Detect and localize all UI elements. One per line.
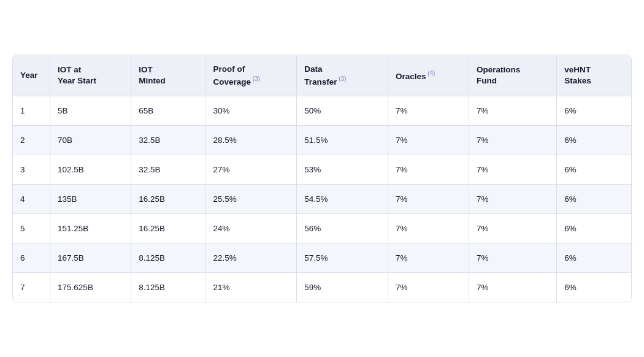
table-cell-r0-c4: 50% (297, 96, 388, 126)
table-cell-r5-c2: 8.125B (131, 244, 205, 273)
table-cell-r6-c2: 8.125B (131, 273, 205, 302)
table-cell-r2-c4: 53% (297, 155, 388, 185)
table-cell-r4-c0: 5 (13, 214, 50, 244)
table-cell-r0-c2: 65B (131, 96, 205, 126)
table-header-5: Oracles (4) (388, 55, 469, 96)
table-header-6: OperationsFund (469, 55, 557, 96)
table-cell-r0-c3: 30% (205, 96, 297, 126)
table-cell-r5-c4: 57.5% (297, 244, 388, 273)
table-cell-r2-c1: 102.5B (50, 155, 131, 185)
table-cell-r4-c1: 151.25B (50, 214, 131, 244)
table-cell-r0-c5: 7% (388, 96, 469, 126)
table-cell-r5-c0: 6 (13, 244, 50, 273)
data-table: YearIOT atYear StartIOTMintedProof ofCov… (12, 55, 632, 303)
table-cell-r3-c6: 7% (469, 185, 557, 214)
table-cell-r0-c7: 6% (557, 96, 631, 126)
table-cell-r3-c2: 16.25B (131, 185, 205, 214)
table-cell-r5-c1: 167.5B (50, 244, 131, 273)
table-cell-r4-c7: 6% (557, 214, 631, 244)
table-row: 4135B16.25B25.5%54.5%7%7%6% (13, 185, 631, 214)
table-cell-r5-c6: 7% (469, 244, 557, 273)
table-cell-r4-c4: 56% (297, 214, 388, 244)
table-cell-r4-c5: 7% (388, 214, 469, 244)
table-cell-r0-c1: 5B (50, 96, 131, 126)
table-cell-r6-c3: 21% (205, 273, 297, 302)
table-header-0: Year (13, 55, 50, 96)
table-cell-r6-c6: 7% (469, 273, 557, 302)
table-cell-r1-c2: 32.5B (131, 126, 205, 155)
table-cell-r2-c6: 7% (469, 155, 557, 185)
table-cell-r6-c1: 175.625B (50, 273, 131, 302)
table-row: 7175.625B8.125B21%59%7%7%6% (13, 273, 631, 302)
table-header-7: veHNTStakes (557, 55, 631, 96)
table-cell-r3-c3: 25.5% (205, 185, 297, 214)
table-cell-r3-c5: 7% (388, 185, 469, 214)
table-cell-r3-c7: 6% (557, 185, 631, 214)
table-cell-r1-c5: 7% (388, 126, 469, 155)
table-row: 5151.25B16.25B24%56%7%7%6% (13, 214, 631, 244)
table-cell-r3-c4: 54.5% (297, 185, 388, 214)
table-cell-r1-c1: 70B (50, 126, 131, 155)
table-cell-r2-c5: 7% (388, 155, 469, 185)
table-cell-r0-c0: 1 (13, 96, 50, 126)
table-cell-r2-c0: 3 (13, 155, 50, 185)
table-row: 15B65B30%50%7%7%6% (13, 96, 631, 126)
table-cell-r1-c3: 28.5% (205, 126, 297, 155)
table-header-1: IOT atYear Start (50, 55, 131, 96)
table-header-2: IOTMinted (131, 55, 205, 96)
table-cell-r6-c0: 7 (13, 273, 50, 302)
table-cell-r5-c5: 7% (388, 244, 469, 273)
table-header-3: Proof ofCoverage (3) (205, 55, 297, 96)
table-cell-r1-c6: 7% (469, 126, 557, 155)
table-cell-r1-c0: 2 (13, 126, 50, 155)
table-cell-r1-c4: 51.5% (297, 126, 388, 155)
table-cell-r4-c2: 16.25B (131, 214, 205, 244)
table-body: 15B65B30%50%7%7%6%270B32.5B28.5%51.5%7%7… (13, 96, 631, 302)
table-cell-r2-c3: 27% (205, 155, 297, 185)
table-cell-r2-c2: 32.5B (131, 155, 205, 185)
table-cell-r6-c4: 59% (297, 273, 388, 302)
table-cell-r1-c7: 6% (557, 126, 631, 155)
table-row: 6167.5B8.125B22.5%57.5%7%7%6% (13, 244, 631, 273)
table-cell-r4-c6: 7% (469, 214, 557, 244)
table-cell-r5-c7: 6% (557, 244, 631, 273)
table-cell-r6-c7: 6% (557, 273, 631, 302)
table-cell-r3-c1: 135B (50, 185, 131, 214)
table-cell-r2-c7: 6% (557, 155, 631, 185)
table-cell-r3-c0: 4 (13, 185, 50, 214)
table-row: 3102.5B32.5B27%53%7%7%6% (13, 155, 631, 185)
table-cell-r4-c3: 24% (205, 214, 297, 244)
table-cell-r0-c6: 7% (469, 96, 557, 126)
table-cell-r5-c3: 22.5% (205, 244, 297, 273)
table-row: 270B32.5B28.5%51.5%7%7%6% (13, 126, 631, 155)
table-header-row: YearIOT atYear StartIOTMintedProof ofCov… (13, 55, 631, 96)
table-header-4: DataTransfer (3) (297, 55, 388, 96)
table-cell-r6-c5: 7% (388, 273, 469, 302)
